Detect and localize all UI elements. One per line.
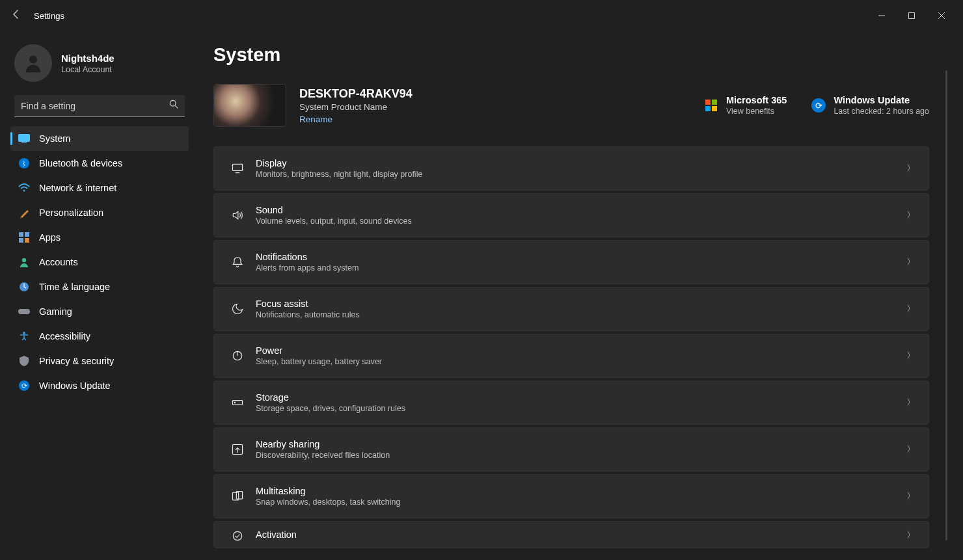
user-profile[interactable]: Nightsh4de Local Account	[10, 42, 189, 95]
card-multitasking[interactable]: MultitaskingSnap windows, desktops, task…	[213, 474, 929, 518]
svg-point-17	[23, 332, 25, 334]
titlebar: Settings	[0, 0, 963, 31]
svg-point-27	[233, 531, 241, 540]
bluetooth-icon: ᛒ	[18, 157, 30, 169]
gaming-icon	[18, 306, 30, 317]
svg-rect-16	[18, 309, 30, 314]
nav-label: Bluetooth & devices	[39, 158, 122, 168]
sidebar: Nightsh4de Local Account System ᛒ Blueto…	[0, 31, 195, 560]
notifications-icon	[226, 256, 249, 269]
card-focus-assist[interactable]: Focus assistNotifications, automatic rul…	[213, 287, 929, 331]
main-content: System DESKTOP-4RAKV94 System Product Na…	[195, 31, 963, 560]
card-sound[interactable]: SoundVolume levels, output, input, sound…	[213, 193, 929, 237]
card-sub: Storage space, drives, configuration rul…	[256, 404, 906, 413]
device-thumbnail[interactable]	[213, 84, 286, 127]
nav-list: System ᛒ Bluetooth & devices Network & i…	[10, 126, 189, 398]
nav-item-privacy[interactable]: Privacy & security	[10, 349, 189, 373]
svg-point-9	[23, 190, 25, 192]
chevron-right-icon: 〉	[906, 350, 916, 362]
accounts-icon	[18, 256, 30, 268]
user-account-type: Local Account	[61, 65, 115, 74]
svg-point-23	[234, 402, 235, 403]
nav-item-time-language[interactable]: Time & language	[10, 274, 189, 299]
nav-label: System	[39, 133, 70, 144]
activation-icon	[226, 529, 249, 542]
card-title: Sound	[256, 205, 906, 215]
device-product-name: System Product Name	[299, 102, 413, 112]
nav-label: Windows Update	[39, 380, 111, 391]
device-header: DESKTOP-4RAKV94 System Product Name Rena…	[213, 84, 929, 127]
chevron-right-icon: 〉	[906, 397, 916, 408]
nav-item-personalization[interactable]: Personalization	[10, 200, 189, 225]
system-icon	[18, 133, 30, 144]
nav-item-accounts[interactable]: Accounts	[10, 250, 189, 274]
chevron-right-icon: 〉	[906, 529, 916, 541]
svg-rect-8	[21, 142, 27, 143]
nav-item-gaming[interactable]: Gaming	[10, 299, 189, 324]
card-sub: Snap windows, desktops, task switching	[256, 498, 906, 507]
microsoft-365-icon	[704, 98, 718, 113]
display-icon	[226, 162, 249, 175]
personalization-icon	[18, 207, 30, 219]
card-nearby-sharing[interactable]: Nearby sharingDiscoverability, received …	[213, 427, 929, 472]
card-sub: Sleep, battery usage, battery saver	[256, 357, 906, 366]
card-title: Notifications	[256, 252, 906, 262]
nav-item-network[interactable]: Network & internet	[10, 176, 189, 200]
chevron-right-icon: 〉	[906, 163, 916, 174]
windows-update-link[interactable]: ⟳ Windows Update Last checked: 2 hours a…	[811, 95, 929, 116]
card-notifications[interactable]: NotificationsAlerts from apps and system…	[213, 240, 929, 284]
accessibility-icon	[18, 330, 30, 342]
chevron-right-icon: 〉	[906, 490, 916, 502]
window-close-button[interactable]	[927, 5, 956, 26]
search-icon	[169, 100, 178, 111]
svg-rect-12	[19, 238, 23, 243]
nav-item-windows-update[interactable]: ⟳ Windows Update	[10, 373, 189, 398]
svg-rect-18	[233, 164, 243, 170]
svg-rect-7	[19, 135, 30, 142]
card-sub: Monitors, brightness, night light, displ…	[256, 170, 906, 179]
svg-point-5	[170, 100, 176, 106]
back-button[interactable]	[7, 9, 26, 22]
nav-label: Accounts	[39, 257, 78, 267]
card-sub: Volume levels, output, input, sound devi…	[256, 217, 906, 226]
chevron-right-icon: 〉	[906, 303, 916, 315]
storage-icon	[226, 396, 249, 409]
user-name: Nightsh4de	[61, 53, 115, 64]
card-activation[interactable]: Activation 〉	[213, 521, 929, 548]
apps-icon	[18, 232, 30, 243]
device-name: DESKTOP-4RAKV94	[299, 87, 413, 101]
chevron-right-icon: 〉	[906, 444, 916, 455]
card-display[interactable]: DisplayMonitors, brightness, night light…	[213, 146, 929, 191]
nav-item-apps[interactable]: Apps	[10, 225, 189, 250]
nav-label: Accessibility	[39, 331, 90, 341]
microsoft-365-link[interactable]: Microsoft 365 View benefits	[704, 95, 787, 116]
time-icon	[18, 281, 30, 293]
card-sub: Notifications, automatic rules	[256, 310, 906, 319]
svg-rect-11	[25, 232, 29, 237]
search-input[interactable]	[14, 95, 185, 117]
nav-label: Time & language	[39, 282, 110, 292]
windows-update-sub: Last checked: 2 hours ago	[834, 107, 929, 116]
nav-item-bluetooth[interactable]: ᛒ Bluetooth & devices	[10, 151, 189, 176]
chevron-right-icon: 〉	[906, 256, 916, 268]
page-title: System	[213, 44, 929, 66]
window-minimize-button[interactable]	[867, 5, 897, 26]
svg-point-14	[22, 258, 26, 262]
power-icon	[226, 349, 249, 362]
card-title: Power	[256, 345, 906, 356]
card-title: Activation	[256, 529, 906, 540]
scrollbar[interactable]	[945, 70, 947, 540]
window-maximize-button[interactable]	[897, 5, 927, 26]
svg-rect-10	[19, 232, 23, 237]
card-power[interactable]: PowerSleep, battery usage, battery saver…	[213, 334, 929, 378]
nav-label: Network & internet	[39, 183, 116, 193]
svg-line-6	[175, 105, 178, 108]
nav-item-accessibility[interactable]: Accessibility	[10, 324, 189, 349]
rename-link[interactable]: Rename	[299, 114, 413, 124]
nav-label: Personalization	[39, 207, 103, 218]
nav-item-system[interactable]: System	[10, 126, 189, 151]
card-storage[interactable]: StorageStorage space, drives, configurat…	[213, 380, 929, 425]
search-box[interactable]	[14, 95, 185, 117]
focus-assist-icon	[226, 302, 249, 315]
card-title: Multitasking	[256, 486, 906, 496]
